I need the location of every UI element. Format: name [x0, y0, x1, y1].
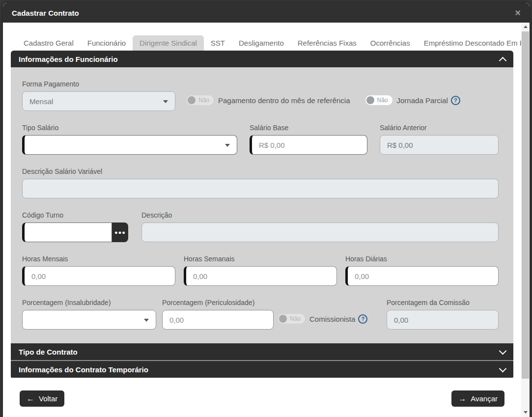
chevron-down-icon — [163, 100, 168, 103]
tipo-salario-select[interactable] — [22, 135, 237, 155]
triangle-down-icon — [524, 411, 528, 414]
descricao-salario-variavel-input — [22, 179, 499, 198]
jornada-parcial-toggle[interactable]: Não — [365, 95, 393, 106]
tab-ocorrencias[interactable]: Ocorrências — [364, 35, 417, 51]
horas-diarias-label: Horas Diárias — [345, 255, 499, 263]
horas-diarias-input[interactable] — [345, 266, 499, 286]
footer: ← Voltar → Avançar — [11, 390, 513, 407]
avancar-label: Avançar — [471, 394, 498, 403]
section-title: Informações do Funcionário — [19, 55, 118, 63]
modal-titlebar: Cadastrar Contrato × — [3, 3, 530, 23]
avancar-button[interactable]: → Avançar — [451, 390, 504, 407]
descricao-turno-label: Descrição — [141, 211, 499, 219]
jornada-parcial-label: Jornada Parcial — [397, 96, 448, 105]
accordion: Informações do Funcionário Forma Pagamen… — [11, 51, 513, 378]
descricao-turno-input — [141, 222, 499, 242]
horas-semanais-input[interactable] — [184, 266, 337, 286]
tab-cadastro-geral[interactable]: Cadastro Geral — [17, 35, 81, 51]
porcentagem-insalubridade-label: Porcentagem (Insalubridade) — [22, 299, 156, 306]
scroll-down-button[interactable] — [521, 408, 530, 416]
chevron-down-icon — [499, 364, 507, 372]
tab-referencias-fixas[interactable]: Referências Fixas — [291, 35, 364, 51]
chevron-down-icon — [499, 347, 507, 355]
salario-base-input[interactable] — [250, 135, 367, 155]
tab-funcionario[interactable]: Funcionário — [81, 35, 133, 51]
tab-dirigente-sindical[interactable]: Dirigente Sindical — [133, 35, 204, 51]
tab-bar: Cadastro Geral Funcionário Dirigente Sin… — [11, 35, 513, 51]
salario-anterior-input — [380, 135, 499, 155]
codigo-turno-lookup-button[interactable]: ●●● — [112, 222, 128, 242]
toggle-state-label: Não — [377, 97, 388, 104]
modal-title: Cadastrar Contrato — [12, 9, 79, 17]
forma-pagamento-select: Mensal — [22, 91, 175, 111]
pagamento-dentro-mes-toggle[interactable]: Não — [186, 95, 214, 106]
forma-pagamento-label: Forma Pagamento — [22, 80, 175, 88]
tab-emprestimo-descontado[interactable]: Empréstimo Descontado Em Folha — [417, 35, 530, 51]
voltar-button[interactable]: ← Voltar — [20, 390, 64, 407]
horas-mensais-input[interactable] — [22, 266, 175, 286]
section-header-informacoes-funcionario[interactable]: Informações do Funcionário — [11, 51, 513, 67]
porcentagem-periculosidade-input[interactable] — [162, 310, 274, 330]
triangle-up-icon — [524, 26, 528, 28]
close-icon[interactable]: × — [515, 8, 521, 18]
section-title: Tipo de Contrato — [19, 348, 78, 356]
horas-mensais-label: Horas Mensais — [22, 255, 175, 263]
toggle-knob — [188, 96, 196, 104]
scroll-up-button[interactable] — [521, 23, 530, 30]
toggle-knob — [366, 96, 374, 104]
tab-sst[interactable]: SST — [204, 35, 232, 51]
arrow-left-icon: ← — [27, 395, 34, 403]
help-icon[interactable]: ? — [358, 314, 367, 324]
porcentagem-comissao-label: Porcentagem da Comissão — [387, 299, 499, 306]
section-header-tipo-contrato[interactable]: Tipo de Contrato — [11, 343, 513, 360]
pagamento-dentro-mes-label: Pagamento dentro do mês de referência — [218, 96, 350, 105]
arrow-right-icon: → — [458, 395, 466, 403]
comissionista-toggle[interactable]: Não — [278, 313, 306, 324]
porcentagem-insalubridade-select[interactable] — [22, 310, 156, 330]
forma-pagamento-value: Mensal — [29, 97, 53, 106]
tab-desligamento[interactable]: Desligamento — [232, 35, 291, 51]
vertical-scrollbar[interactable] — [521, 23, 530, 417]
horas-semanais-label: Horas Semanais — [184, 255, 337, 263]
cadastrar-contrato-modal: Cadastrar Contrato × Cadastro Geral Func… — [3, 3, 530, 417]
chevron-up-icon — [499, 56, 507, 64]
chevron-down-icon — [225, 144, 230, 147]
section-content-informacoes-funcionario: Forma Pagamento Mensal Não Pagamento den… — [11, 67, 513, 343]
salario-base-label: Salário Base — [250, 124, 367, 132]
porcentagem-periculosidade-label: Porcentagem (Periculosidade) — [162, 299, 274, 306]
modal-body: Cadastro Geral Funcionário Dirigente Sin… — [3, 23, 521, 417]
scrollbar-thumb[interactable] — [522, 31, 529, 379]
codigo-turno-label: Código Turno — [22, 211, 128, 219]
descricao-salario-variavel-label: Descrição Salário Variável — [22, 167, 499, 175]
codigo-turno-input[interactable] — [22, 222, 112, 242]
section-header-contrato-temporario[interactable]: Informações do Contrato Temporário — [11, 361, 513, 378]
toggle-state-label: Não — [290, 315, 301, 322]
comissionista-label: Comissionista — [309, 315, 355, 323]
voltar-label: Voltar — [39, 394, 57, 403]
tipo-salario-label: Tipo Salário — [22, 124, 237, 132]
chevron-down-icon — [144, 319, 149, 322]
toggle-state-label: Não — [198, 97, 209, 104]
toggle-knob — [279, 315, 287, 323]
porcentagem-comissao-input — [387, 310, 499, 330]
help-icon[interactable]: ? — [451, 96, 460, 105]
section-title: Informações do Contrato Temporário — [19, 365, 148, 374]
salario-anterior-label: Salário Anterior — [380, 124, 499, 132]
